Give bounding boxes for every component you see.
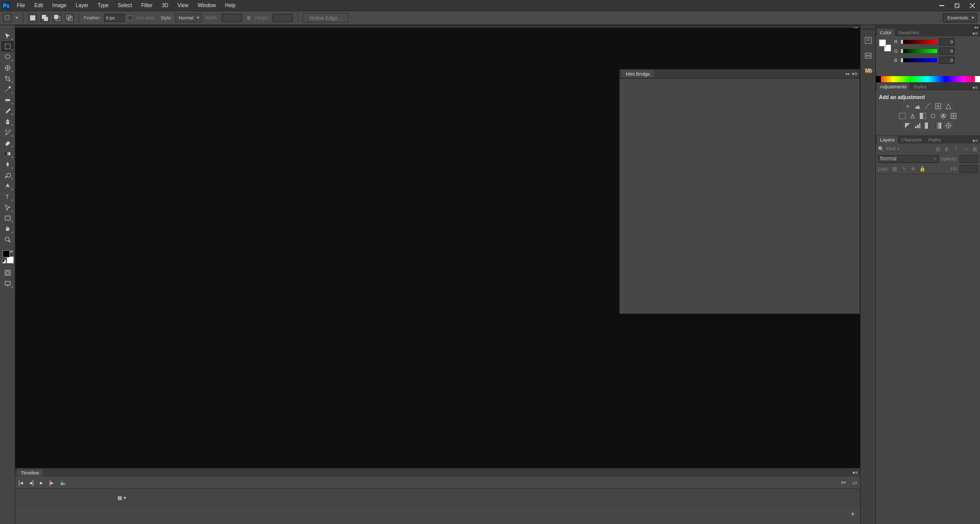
- tool-preset-arrow[interactable]: [15, 17, 18, 19]
- selection-add-button[interactable]: [40, 13, 50, 22]
- maximize-button[interactable]: [949, 1, 965, 11]
- hand-tool[interactable]: [2, 224, 14, 234]
- lasso-tool[interactable]: [2, 52, 14, 62]
- kind-dropdown-icon[interactable]: ▾: [897, 147, 899, 151]
- healing-brush-tool[interactable]: [2, 95, 14, 105]
- canvas-area[interactable]: Mini Bridge ▸▸ ▾≡: [15, 28, 860, 468]
- marquee-tool[interactable]: [2, 41, 14, 52]
- menu-3d[interactable]: 3D: [157, 1, 173, 10]
- r-value[interactable]: 0: [939, 38, 954, 45]
- fill-input[interactable]: [960, 165, 978, 173]
- filter-pixel-icon[interactable]: ▧: [934, 145, 941, 152]
- b-slider[interactable]: [901, 58, 937, 62]
- posterize-icon[interactable]: [914, 122, 922, 130]
- lock-image-icon[interactable]: ✎: [900, 165, 908, 173]
- menu-select[interactable]: Select: [113, 1, 137, 10]
- history-brush-tool[interactable]: [2, 127, 14, 137]
- zoom-tool[interactable]: [2, 234, 14, 245]
- mini-bridge-header[interactable]: Mini Bridge ▸▸ ▾≡: [620, 69, 860, 79]
- screen-mode-tool[interactable]: [2, 278, 14, 289]
- filter-adjust-icon[interactable]: ◐: [943, 145, 950, 152]
- selection-subtract-button[interactable]: [53, 13, 62, 22]
- panel-collapse-bar[interactable]: ◂◂: [876, 25, 980, 28]
- lock-all-icon[interactable]: 🔒: [919, 165, 926, 173]
- tool-preset-picker[interactable]: [3, 13, 12, 22]
- layers-tab[interactable]: Layers: [877, 136, 898, 144]
- background-color[interactable]: [7, 256, 14, 264]
- timeline-header[interactable]: Timeline ▾≡: [15, 468, 860, 477]
- paths-tab[interactable]: Paths: [925, 136, 944, 144]
- g-slider[interactable]: [901, 49, 937, 53]
- path-selection-tool[interactable]: [2, 202, 14, 212]
- channel-mixer-icon[interactable]: [939, 112, 947, 120]
- exposure-icon[interactable]: [934, 102, 942, 110]
- quick-selection-tool[interactable]: [2, 63, 14, 73]
- blend-mode-select[interactable]: Normal: [878, 155, 939, 163]
- panel-menu-icon[interactable]: ▾≡: [852, 71, 857, 77]
- gradient-map-icon[interactable]: [934, 122, 942, 130]
- fg-swatch[interactable]: [879, 39, 886, 46]
- audio-button[interactable]: 🔈: [60, 479, 67, 486]
- refine-edge-button[interactable]: Refine Edge...: [303, 13, 348, 22]
- color-tab[interactable]: Color: [877, 29, 895, 36]
- workspace-picker[interactable]: Essentials: [943, 13, 977, 22]
- minibridge-dock-icon[interactable]: Mb: [863, 66, 873, 76]
- history-dock-icon[interactable]: [863, 35, 873, 45]
- b-value[interactable]: 0: [939, 57, 954, 64]
- feather-input[interactable]: [104, 14, 125, 22]
- vibrance-icon[interactable]: [944, 102, 952, 110]
- lock-transparent-icon[interactable]: ▩: [891, 165, 898, 173]
- eraser-tool[interactable]: [2, 138, 14, 148]
- swap-wh-icon[interactable]: [245, 14, 252, 21]
- bw-icon[interactable]: [919, 112, 927, 120]
- timeline-tab[interactable]: Timeline: [17, 469, 43, 476]
- quick-mask-tool[interactable]: [2, 268, 14, 278]
- threshold-icon[interactable]: [924, 122, 932, 130]
- lock-position-icon[interactable]: ✥: [910, 165, 917, 173]
- filter-smart-icon[interactable]: ▦: [971, 145, 978, 152]
- menu-view[interactable]: View: [173, 1, 193, 10]
- menu-image[interactable]: Image: [47, 1, 71, 10]
- adjustments-tab[interactable]: Adjustments: [877, 83, 910, 90]
- levels-icon[interactable]: [914, 102, 922, 110]
- color-swatch-mini[interactable]: [879, 39, 891, 52]
- hue-sat-icon[interactable]: [898, 112, 906, 120]
- selective-color-icon[interactable]: [944, 122, 952, 130]
- menu-layer[interactable]: Layer: [71, 1, 93, 10]
- menu-file[interactable]: File: [12, 1, 30, 10]
- swatches-tab[interactable]: Swatches: [895, 29, 922, 36]
- menu-type[interactable]: Type: [93, 1, 113, 10]
- menu-help[interactable]: Help: [220, 1, 240, 10]
- type-tool[interactable]: T: [2, 192, 14, 202]
- dodge-tool[interactable]: [2, 170, 14, 180]
- mini-bridge-tab[interactable]: Mini Bridge: [622, 70, 654, 78]
- clone-stamp-tool[interactable]: [2, 116, 14, 127]
- filter-search-icon[interactable]: 🔍: [878, 146, 884, 152]
- filter-shape-icon[interactable]: ▭: [962, 145, 969, 152]
- default-colors-icon[interactable]: [2, 259, 6, 264]
- crop-tool[interactable]: [2, 74, 14, 84]
- blur-tool[interactable]: [2, 159, 14, 170]
- collapse-icon[interactable]: ▸▸: [846, 72, 850, 76]
- rectangle-tool[interactable]: [2, 213, 14, 223]
- antialias-checkbox[interactable]: [128, 15, 133, 20]
- grip-icon[interactable]: [2, 27, 14, 29]
- styles-tab[interactable]: Styles: [910, 83, 929, 90]
- menu-filter[interactable]: Filter: [137, 1, 157, 10]
- gradient-tool[interactable]: [2, 149, 14, 159]
- minimize-button[interactable]: [934, 1, 949, 11]
- channels-tab[interactable]: Channels: [898, 136, 925, 144]
- color-lookup-icon[interactable]: [949, 112, 958, 120]
- color-balance-icon[interactable]: [909, 112, 917, 120]
- menu-window[interactable]: Window: [193, 1, 220, 10]
- split-button[interactable]: ✂: [841, 479, 846, 486]
- filter-type-icon[interactable]: T: [952, 145, 960, 152]
- invert-icon[interactable]: [903, 122, 912, 130]
- panel-menu-icon[interactable]: ▾≡: [852, 470, 858, 475]
- r-slider[interactable]: [901, 40, 937, 44]
- style-select[interactable]: Normal: [175, 13, 202, 22]
- next-frame-button[interactable]: |▸: [49, 479, 54, 486]
- selection-intersect-button[interactable]: [65, 13, 74, 22]
- opacity-input[interactable]: [960, 155, 978, 163]
- play-button[interactable]: ▸: [40, 479, 43, 486]
